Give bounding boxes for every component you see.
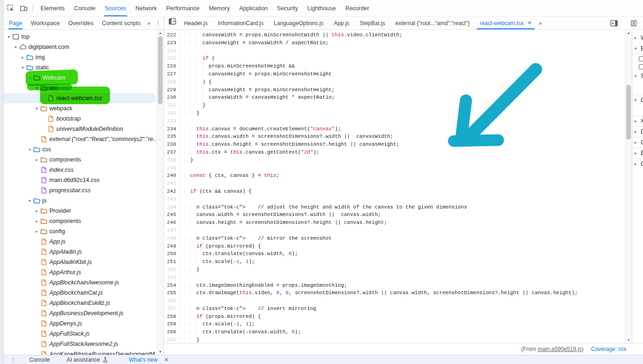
file-tab-languageoptions-js[interactable]: LanguageOptions.js bbox=[269, 17, 329, 29]
scroll-up-arrow[interactable]: ▲ bbox=[157, 30, 164, 36]
line-number[interactable]: 251 bbox=[164, 258, 181, 266]
tree-file-appbusinessdevelopment.js[interactable]: AppBusinessDevelopment.js bbox=[4, 308, 164, 318]
line-number[interactable]: 235 bbox=[164, 133, 181, 141]
line-number[interactable]: 248 bbox=[164, 235, 181, 243]
tree-folder-webcam[interactable]: ▾Webcam bbox=[4, 73, 164, 83]
line-number[interactable]: 257 bbox=[164, 305, 181, 313]
code-line-231[interactable]: 231 } bbox=[164, 101, 625, 109]
line-number[interactable]: 224 bbox=[164, 47, 181, 55]
code-line-261[interactable]: 261 } bbox=[164, 336, 625, 343]
tree-folder-digitptalent.com[interactable]: ▾digitptalent.com bbox=[4, 42, 164, 52]
sidebar-section-dom-breakpoints[interactable]: ▸D bbox=[632, 126, 643, 136]
line-number[interactable]: 237 bbox=[164, 148, 181, 156]
line-number[interactable]: 259 bbox=[164, 320, 181, 328]
code-line-223[interactable]: 223 canvasHeight = canvasWidth / aspectR… bbox=[164, 39, 625, 47]
file-tab-informationcard-js[interactable]: InformationCard.js bbox=[213, 17, 269, 29]
line-number[interactable]: 260 bbox=[164, 328, 181, 336]
expander-open-icon[interactable]: ▾ bbox=[27, 147, 33, 152]
scrollbar-thumb[interactable] bbox=[626, 85, 631, 140]
tree-file-universalmoduledefinition[interactable]: universalModuleDefinition bbox=[4, 124, 164, 134]
navigator-tab-content-scripts[interactable]: Content scripts bbox=[98, 17, 145, 29]
expander-open-icon[interactable]: ▾ bbox=[13, 45, 19, 49]
tree-file-appdenys.js[interactable]: AppDenys.js bbox=[4, 318, 164, 329]
line-number[interactable]: 231 bbox=[164, 101, 181, 109]
editor-scrollbar[interactable]: ▲ ▼ bbox=[625, 30, 632, 343]
section-expander-icon[interactable]: ▸ bbox=[635, 151, 638, 155]
navigator-tabs-overflow-icon[interactable]: » bbox=[145, 17, 153, 29]
sidebar-section-breakpoints[interactable]: ▾B bbox=[632, 43, 643, 54]
file-tab-stepbar-js[interactable]: StepBar.js bbox=[355, 17, 390, 29]
code-line-244[interactable]: 244 n class="tok-c"> // adjust the heigh… bbox=[164, 203, 625, 211]
code-line-228[interactable]: 228 ) { bbox=[164, 78, 625, 86]
tree-file-appaladin.js[interactable]: AppAladin.js bbox=[4, 247, 164, 257]
code-line-236[interactable]: 236 this.canvas.height = screenshotDimen… bbox=[164, 141, 625, 148]
navigator-tab-overrides[interactable]: Overrides bbox=[64, 17, 98, 29]
tree-file-appkanebitwisebusinessdevelopmentm[interactable]: AppKaneBitwiseBusinessDevelopmentM bbox=[4, 349, 164, 355]
section-expander-icon[interactable]: ▾ bbox=[635, 46, 638, 51]
tree-folder-components[interactable]: ▸components bbox=[4, 216, 164, 226]
code-line-249[interactable]: 249 if (props.mirrored) { bbox=[164, 243, 625, 250]
code-line-240[interactable]: 240 const { ctx, canvas } = this; bbox=[164, 172, 625, 180]
code-line-246[interactable]: 246 canvas.height = screenshotDimensions… bbox=[164, 219, 625, 227]
code-line-238[interactable]: 238 } bbox=[164, 156, 625, 164]
line-number[interactable]: 242 bbox=[164, 188, 181, 195]
code-line-229[interactable]: 229 canvasHeight = props.minScreenshotHe… bbox=[164, 86, 625, 94]
sidebar-section-global-listeners[interactable]: ▸G bbox=[632, 137, 643, 147]
code-line-243[interactable]: 243 bbox=[164, 195, 625, 203]
expander-closed-icon[interactable]: ▸ bbox=[34, 209, 40, 213]
tab-console[interactable]: Console bbox=[69, 0, 100, 16]
code-line-248[interactable]: 248 n class="tok-c"> // mirror the scree… bbox=[164, 235, 625, 243]
drawer-close-icon[interactable]: ✕ bbox=[164, 357, 169, 363]
sidebar-section-csp-violation-breakpoints[interactable]: ▸C bbox=[632, 158, 643, 169]
tree-file-index.css[interactable]: index.css bbox=[4, 165, 164, 175]
code-line-233[interactable]: 233 bbox=[164, 117, 625, 125]
section-expander-icon[interactable]: ▸ bbox=[635, 140, 638, 145]
section-expander-icon[interactable]: ▸ bbox=[635, 129, 638, 134]
line-number[interactable]: 225 bbox=[164, 54, 181, 62]
drawer-tab-console[interactable]: Console bbox=[21, 357, 58, 363]
expander-open-icon[interactable]: ▾ bbox=[20, 65, 26, 70]
expander-closed-icon[interactable]: ▸ bbox=[34, 157, 40, 162]
section-expander-icon[interactable]: ▾ bbox=[635, 74, 638, 78]
code-line-251[interactable]: 251 ctx.scale(-1, 1); bbox=[164, 258, 625, 266]
line-number[interactable]: 253 bbox=[164, 274, 181, 282]
line-number[interactable]: 252 bbox=[164, 266, 181, 274]
tree-file-external-root-react-commonjs2-re...[interactable]: external {"root":"React","commonjs2":"re… bbox=[4, 134, 164, 144]
navigator-tab-workspace[interactable]: Workspace bbox=[27, 17, 64, 29]
close-tab-icon[interactable]: ✕ bbox=[527, 20, 532, 26]
code-line-241[interactable]: 241 bbox=[164, 180, 625, 188]
code-line-245[interactable]: 245 canvas.width = screenshotDimensions?… bbox=[164, 211, 625, 219]
line-number[interactable]: 239 bbox=[164, 164, 181, 172]
toggle-sidebar-panels-icon[interactable] bbox=[629, 19, 638, 28]
line-number[interactable]: 230 bbox=[164, 94, 181, 101]
code-line-234[interactable]: 234 this.canvas = document.createElement… bbox=[164, 125, 625, 133]
tree-file-app.js[interactable]: App.js bbox=[4, 236, 164, 247]
line-number[interactable]: 245 bbox=[164, 211, 181, 219]
expander-closed-icon[interactable]: ▸ bbox=[20, 55, 26, 60]
section-expander-icon[interactable]: ▸ bbox=[635, 119, 638, 123]
code-line-257[interactable]: 257 n class="tok-c"> // invert mirroring bbox=[164, 305, 625, 313]
code-line-250[interactable]: 250 ctx.translate(canvas.width, 0); bbox=[164, 250, 625, 258]
line-number[interactable]: 247 bbox=[164, 227, 181, 235]
code-line-227[interactable]: 227 canvasHeight < props.minScreenshotHe… bbox=[164, 70, 625, 78]
tab-performance[interactable]: Performance bbox=[162, 0, 205, 16]
tree-file-appaladinkbit.js[interactable]: AppAladinKbit.js bbox=[4, 257, 164, 267]
line-number[interactable]: 246 bbox=[164, 219, 181, 227]
drawer-menu-icon[interactable]: ⋮ bbox=[4, 356, 21, 363]
line-number[interactable]: 222 bbox=[164, 31, 181, 39]
expander-closed-icon[interactable]: ▸ bbox=[34, 219, 40, 223]
expander-open-icon[interactable]: ▾ bbox=[27, 198, 33, 203]
tab-sources[interactable]: Sources bbox=[100, 0, 131, 16]
code-line-247[interactable]: 247 bbox=[164, 227, 625, 235]
tree-file-appfullstackawesome2.js[interactable]: AppFullStackAwesome2.js bbox=[4, 339, 164, 349]
line-number[interactable]: 243 bbox=[164, 195, 181, 203]
drawer-tab-ai-assistance[interactable]: AI assistance bbox=[58, 357, 116, 363]
tree-folder-provider[interactable]: ▸Provider bbox=[4, 206, 164, 216]
tree-file-main.d6d92c14.css[interactable]: main.d6d92c14.css bbox=[4, 175, 164, 185]
line-number[interactable]: 256 bbox=[164, 297, 181, 305]
code-line-235[interactable]: 235 this.canvas.width = screenshotDimens… bbox=[164, 133, 625, 141]
code-editor[interactable]: 222 canvasWidth = props.minScreenshotWid… bbox=[164, 30, 625, 343]
line-number[interactable]: 249 bbox=[164, 243, 181, 250]
tree-file-appfullstack.js[interactable]: AppFullStack.js bbox=[4, 329, 164, 339]
scroll-up-arrow[interactable]: ▲ bbox=[625, 30, 632, 36]
